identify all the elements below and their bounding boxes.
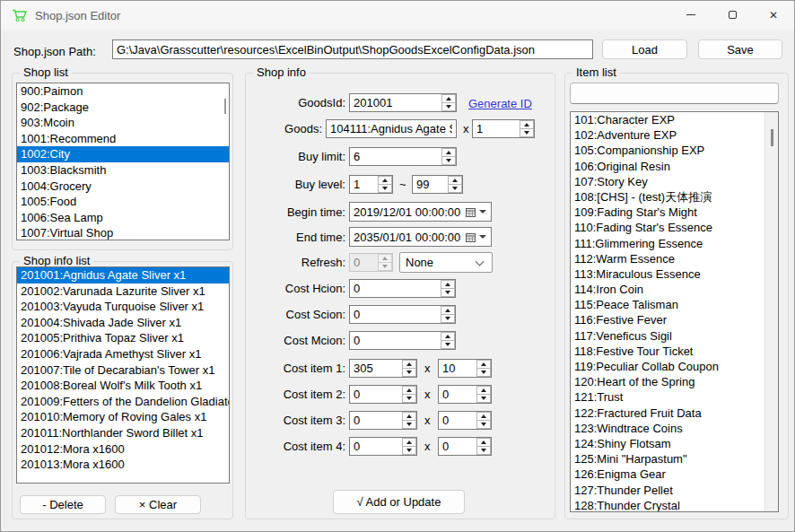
list-item[interactable]: 201009:Fetters of the Dandelion Gladiato xyxy=(17,394,229,410)
list-item[interactable]: 101:Character EXP xyxy=(571,112,778,127)
clear-button[interactable]: × Clear xyxy=(115,495,201,514)
shop-info-listbox[interactable]: 201001:Agnidus Agate Sliver x1201002:Var… xyxy=(16,266,230,484)
cost-item-1-count-input[interactable] xyxy=(439,360,476,377)
buy-level-max-input[interactable] xyxy=(413,176,447,193)
cost-item-4-count-input[interactable] xyxy=(439,438,476,455)
list-item[interactable]: 125:Mini "Harpastum" xyxy=(571,451,778,467)
cost-item-1-count-spinner[interactable] xyxy=(476,360,491,377)
list-item[interactable]: 1003:Blacksmith xyxy=(17,162,229,179)
list-item[interactable]: 1007:Virtual Shop xyxy=(17,225,229,240)
item-search-input[interactable] xyxy=(571,83,778,103)
goods-count-input[interactable] xyxy=(473,120,519,137)
close-button[interactable]: ✕ xyxy=(753,1,794,29)
cost-mcion-spinner[interactable] xyxy=(441,332,455,349)
list-item[interactable]: 1001:Recommend xyxy=(17,131,229,147)
generate-id-link[interactable]: Generate ID xyxy=(468,97,532,110)
list-item[interactable]: 109:Fading Star's Might xyxy=(571,205,778,220)
add-or-update-button[interactable]: √ Add or Update xyxy=(333,490,465,514)
goodsid-spinner[interactable] xyxy=(441,94,456,111)
cost-item-1-id-input[interactable] xyxy=(350,360,401,377)
load-button[interactable]: Load xyxy=(602,39,687,59)
list-item[interactable]: 110:Fading Star's Essence xyxy=(571,220,778,235)
list-item[interactable]: 117:Veneficus Sigil xyxy=(571,328,778,344)
list-item[interactable]: 105:Companionship EXP xyxy=(571,143,778,158)
list-item[interactable]: 1004:Grocery xyxy=(17,179,229,195)
list-item[interactable]: 115:Peace Talisman xyxy=(571,297,778,312)
buy-limit-spinner[interactable] xyxy=(441,148,456,165)
scrollbar-thumb[interactable] xyxy=(771,129,773,146)
list-item[interactable]: 201002:Varunada Lazurite Sliver x1 xyxy=(17,283,229,300)
list-item[interactable]: 118:Festive Tour Ticket xyxy=(571,344,778,359)
buy-limit-input[interactable] xyxy=(350,148,441,165)
buy-level-min-spinner[interactable] xyxy=(378,176,392,193)
list-item[interactable]: 900:Paimon xyxy=(17,83,229,100)
path-input[interactable] xyxy=(113,40,592,58)
refresh-mode-select[interactable]: None xyxy=(399,252,493,273)
list-item[interactable]: 201004:Shivada Jade Sliver x1 xyxy=(17,315,229,331)
list-item[interactable]: 119:Peculiar Collab Coupon xyxy=(571,359,778,374)
list-item[interactable]: 128:Thunder Crystal xyxy=(571,498,778,512)
cost-item-2-id-input[interactable] xyxy=(350,386,401,403)
list-item[interactable]: 201010:Memory of Roving Gales x1 xyxy=(17,409,229,425)
list-item[interactable]: 112:Warm Essence xyxy=(571,251,778,266)
cost-item-2-count-input[interactable] xyxy=(439,386,476,403)
list-item[interactable]: 107:Story Key xyxy=(571,174,778,189)
list-item[interactable]: 201007:Tile of Decarabian's Tower x1 xyxy=(17,362,229,379)
list-item[interactable]: 201013:Mora x1600 xyxy=(17,457,229,473)
list-item[interactable]: 111:Glimmering Essence xyxy=(571,236,778,251)
list-item[interactable]: 201012:Mora x1600 xyxy=(17,441,229,458)
list-item[interactable]: 201011:Northlander Sword Billet x1 xyxy=(17,425,229,441)
buy-level-max-spinner[interactable] xyxy=(448,176,462,193)
scrollbar-thumb[interactable] xyxy=(224,99,226,114)
cost-item-2-count-spinner[interactable] xyxy=(476,386,491,403)
cost-scion-input[interactable] xyxy=(350,306,440,323)
list-item[interactable]: 1002:City xyxy=(17,146,229,162)
list-item[interactable]: 1006:Sea Lamp xyxy=(17,210,229,226)
cost-hcion-spinner[interactable] xyxy=(441,280,455,297)
cost-item-3-id-spinner[interactable] xyxy=(402,412,416,429)
list-item[interactable]: 123:Windtrace Coins xyxy=(571,421,778,436)
list-item[interactable]: 108:[CHS] - (test)天体推演 xyxy=(571,189,778,205)
cost-item-4-count-spinner[interactable] xyxy=(476,438,491,455)
list-item[interactable]: 102:Adventure EXP xyxy=(571,127,778,143)
list-item[interactable]: 201006:Vajrada Amethyst Sliver x1 xyxy=(17,346,229,362)
list-item[interactable]: 201003:Vayuda Turquoise Sliver x1 xyxy=(17,299,229,315)
list-item[interactable]: 201001:Agnidus Agate Sliver x1 xyxy=(17,267,229,283)
cost-item-3-count-input[interactable] xyxy=(439,412,476,429)
list-item[interactable]: 126:Enigma Gear xyxy=(571,467,778,482)
cost-mcion-input[interactable] xyxy=(350,332,440,349)
item-listbox[interactable]: 101:Character EXP102:Adventure EXP105:Co… xyxy=(570,111,779,512)
goods-count-spinner[interactable] xyxy=(520,120,534,137)
cost-scion-spinner[interactable] xyxy=(441,306,455,323)
minimize-button[interactable] xyxy=(670,1,712,29)
list-item[interactable]: 201008:Boreal Wolf's Milk Tooth x1 xyxy=(17,378,229,394)
list-item[interactable]: 903:Mcoin xyxy=(17,115,229,131)
begin-time-picker[interactable]: 2019/12/01 00:00:00 xyxy=(349,202,492,222)
list-item[interactable]: 113:Miraculous Essence xyxy=(571,266,778,282)
cost-item-1-id-spinner[interactable] xyxy=(402,360,416,377)
list-item[interactable]: 106:Original Resin xyxy=(571,159,778,174)
delete-button[interactable]: - Delete xyxy=(20,495,106,514)
list-item[interactable]: 127:Thunder Pellet xyxy=(571,483,778,498)
list-item[interactable]: 902:Package xyxy=(17,100,229,116)
buy-level-min-input[interactable] xyxy=(350,176,377,193)
list-item[interactable]: 116:Festive Fever xyxy=(571,312,778,327)
list-item[interactable]: 120:Heart of the Spring xyxy=(571,374,778,389)
goodsid-input[interactable] xyxy=(350,94,441,111)
list-item[interactable]: 114:Iron Coin xyxy=(571,282,778,297)
save-button[interactable]: Save xyxy=(698,39,782,59)
cost-item-3-id-input[interactable] xyxy=(350,412,401,429)
list-item[interactable]: 122:Fractured Fruit Data xyxy=(571,406,778,421)
cost-item-3-count-spinner[interactable] xyxy=(476,412,491,429)
list-item[interactable]: 121:Trust xyxy=(571,389,778,405)
cost-item-4-id-input[interactable] xyxy=(350,438,401,455)
list-item[interactable]: 124:Shiny Flotsam xyxy=(571,436,778,451)
scrollbar-track[interactable] xyxy=(764,112,778,511)
list-item[interactable]: 201005:Prithiva Topaz Sliver x1 xyxy=(17,330,229,346)
goods-input[interactable] xyxy=(327,120,456,137)
maximize-button[interactable] xyxy=(712,1,753,29)
shop-listbox[interactable]: 900:Paimon902:Package903:Mcoin1001:Recom… xyxy=(16,83,230,240)
cost-item-4-id-spinner[interactable] xyxy=(402,438,416,455)
list-item[interactable]: 1005:Food xyxy=(17,194,229,210)
end-time-picker[interactable]: 2035/01/01 00:00:00 xyxy=(349,227,492,247)
